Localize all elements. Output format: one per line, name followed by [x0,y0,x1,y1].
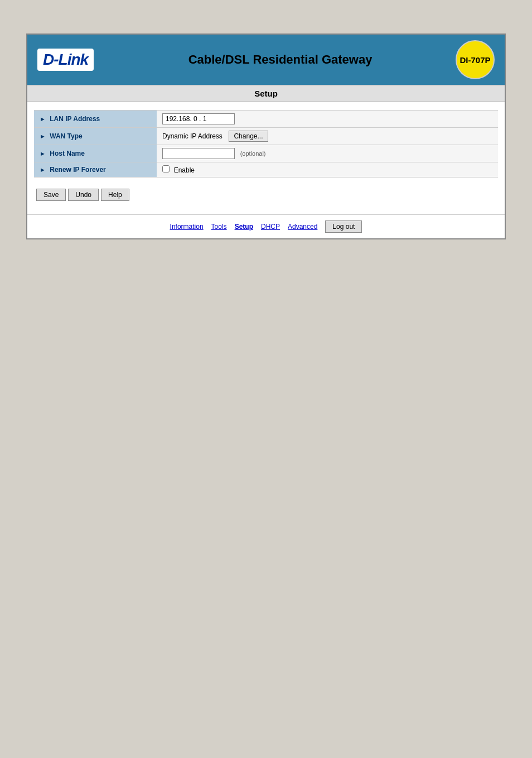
setup-bar: Setup [27,85,505,102]
lan-ip-value-cell [157,111,498,128]
header-title: Cable/DSL Residential Gateway [94,52,456,67]
arrow-icon: ► [40,166,46,173]
optional-hint: (optional) [240,150,266,157]
form-table: ► LAN IP Address ► WAN Type Dynamic IP A… [34,110,498,177]
table-row: ► WAN Type Dynamic IP Address Change... [34,128,498,145]
nav-dhcp[interactable]: DHCP [261,223,280,231]
wan-type-value-cell: Dynamic IP Address Change... [157,128,498,145]
buttons-row: Save Undo Help [34,183,498,209]
host-name-input[interactable] [162,148,235,159]
host-name-value-cell: (optional) [157,145,498,162]
arrow-icon: ► [40,150,46,157]
nav-setup[interactable]: Setup [235,223,253,231]
bottom-nav: Information Tools Setup DHCP Advanced Lo… [27,214,505,238]
change-button[interactable]: Change... [229,131,268,142]
host-name-label: ► Host Name [34,145,157,162]
header: D-Link Cable/DSL Residential Gateway DI-… [27,35,505,85]
undo-button[interactable]: Undo [68,189,99,201]
nav-advanced[interactable]: Advanced [288,223,317,231]
arrow-icon: ► [40,133,46,140]
wan-type-text: Dynamic IP Address [162,132,223,140]
table-row: ► Host Name (optional) [34,145,498,162]
renew-ip-checkbox[interactable] [162,165,170,172]
table-row: ► LAN IP Address [34,111,498,128]
setup-label: Setup [254,89,278,98]
help-button[interactable]: Help [101,189,129,201]
logo-text: D-Link [43,51,88,68]
save-button[interactable]: Save [36,189,66,201]
nav-tools[interactable]: Tools [211,223,227,231]
renew-ip-value-cell: Enable [157,162,498,177]
main-content: ► LAN IP Address ► WAN Type Dynamic IP A… [27,102,505,214]
table-row: ► Renew IP Forever Enable [34,162,498,177]
nav-information[interactable]: Information [170,223,204,231]
arrow-icon: ► [40,116,46,122]
lan-ip-label: ► LAN IP Address [34,111,157,128]
enable-label: Enable [174,166,195,174]
renew-ip-label: ► Renew IP Forever [34,162,157,177]
main-container: D-Link Cable/DSL Residential Gateway DI-… [26,33,506,239]
dlink-logo: D-Link [37,49,94,71]
model-badge: DI-707P [456,40,495,79]
lan-ip-input[interactable] [162,113,235,124]
logout-button[interactable]: Log out [325,220,362,233]
wan-type-label: ► WAN Type [34,128,157,145]
